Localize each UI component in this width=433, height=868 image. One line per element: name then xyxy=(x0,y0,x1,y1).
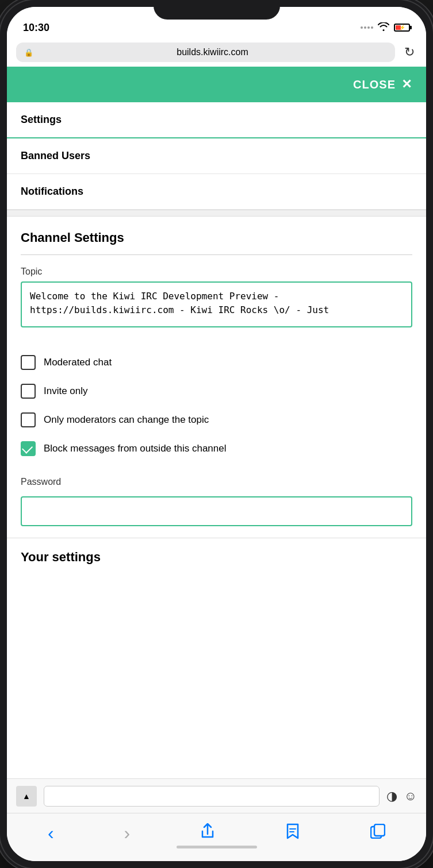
nav-item-settings[interactable]: Settings xyxy=(7,102,426,138)
close-button[interactable]: CLOSE ✕ xyxy=(353,77,412,92)
topic-label: Topic xyxy=(21,267,412,277)
ios-tabs-icon xyxy=(370,824,385,843)
toolbar-emoji-button[interactable]: ☺ xyxy=(404,789,417,804)
checkbox-invite-only[interactable]: Invite only xyxy=(21,377,412,406)
bottom-toolbar: ▲ ◑ ☺ xyxy=(7,778,426,813)
nav-item-notifications[interactable]: Notifications xyxy=(7,174,426,210)
channel-settings-title: Channel Settings xyxy=(21,230,412,245)
close-banner: CLOSE ✕ xyxy=(7,67,426,102)
password-section: Password xyxy=(7,472,426,538)
nav-label-notifications: Notifications xyxy=(21,186,83,197)
ios-back-icon: ‹ xyxy=(48,823,54,844)
url-text: builds.kiwiirc.com xyxy=(38,47,387,57)
nav-item-banned-users[interactable]: Banned Users xyxy=(7,138,426,174)
url-bar[interactable]: 🔒 builds.kiwiirc.com xyxy=(16,43,395,62)
nav-label-banned-users: Banned Users xyxy=(21,150,90,161)
channel-settings-section: Channel Settings Topic xyxy=(7,217,426,339)
your-settings-section: Your settings xyxy=(7,538,426,570)
ios-bookmarks-icon xyxy=(285,823,300,843)
battery-icon: ⚡ xyxy=(394,24,410,32)
checkbox-label-moderators-topic: Only moderators can change the topic xyxy=(44,414,209,426)
ios-bookmarks-button[interactable] xyxy=(276,819,309,848)
screen: 10:30 ⚡ xyxy=(7,7,426,861)
svg-rect-1 xyxy=(374,824,385,836)
checkbox-block-external[interactable]: Block messages from outside this channel xyxy=(21,434,412,463)
checkbox-box-moderators-topic[interactable] xyxy=(21,412,36,427)
close-label: CLOSE xyxy=(353,78,396,91)
wifi-icon xyxy=(378,22,389,33)
checkbox-list: Moderated chat Invite only Only moderato… xyxy=(7,339,426,472)
ios-forward-icon: › xyxy=(124,823,131,844)
home-indicator xyxy=(177,846,257,848)
ios-share-button[interactable] xyxy=(191,819,224,848)
phone-frame: 10:30 ⚡ xyxy=(0,0,433,868)
checkbox-moderators-topic[interactable]: Only moderators can change the topic xyxy=(21,406,412,434)
status-icons: ⚡ xyxy=(361,22,410,33)
browser-bar: 🔒 builds.kiwiirc.com ↻ xyxy=(7,38,426,67)
toolbar-arrow-button[interactable]: ▲ xyxy=(16,786,37,807)
section-divider xyxy=(21,254,412,255)
lock-icon: 🔒 xyxy=(24,48,33,57)
checkbox-label-block-external: Block messages from outside this channel xyxy=(44,443,227,454)
checkbox-box-moderated-chat[interactable] xyxy=(21,355,36,370)
password-input[interactable] xyxy=(21,496,412,526)
toolbar-theme-button[interactable]: ◑ xyxy=(386,789,397,804)
checkbox-label-moderated-chat: Moderated chat xyxy=(44,357,112,368)
signal-icon xyxy=(361,26,373,29)
close-icon: ✕ xyxy=(401,77,412,92)
ios-share-icon xyxy=(200,823,215,843)
content-scroll[interactable]: Settings Banned Users Notifications Chan… xyxy=(7,102,426,778)
ios-nav: ‹ › xyxy=(7,813,426,861)
ios-back-button[interactable]: ‹ xyxy=(39,818,63,848)
checkbox-moderated-chat[interactable]: Moderated chat xyxy=(21,348,412,377)
checkbox-box-invite-only[interactable] xyxy=(21,384,36,399)
nav-label-settings: Settings xyxy=(21,114,62,125)
section-separator xyxy=(7,210,426,217)
checkbox-label-invite-only: Invite only xyxy=(44,385,88,397)
reload-button[interactable]: ↻ xyxy=(402,43,417,62)
status-time: 10:30 xyxy=(23,22,49,34)
topic-input[interactable] xyxy=(21,281,412,327)
checkbox-box-block-external[interactable] xyxy=(21,441,36,456)
ios-tabs-button[interactable] xyxy=(361,819,394,847)
your-settings-title: Your settings xyxy=(21,550,412,565)
notch xyxy=(154,0,280,20)
password-label: Password xyxy=(21,477,412,487)
ios-forward-button[interactable]: › xyxy=(115,818,140,848)
toolbar-text-area[interactable] xyxy=(44,786,380,807)
